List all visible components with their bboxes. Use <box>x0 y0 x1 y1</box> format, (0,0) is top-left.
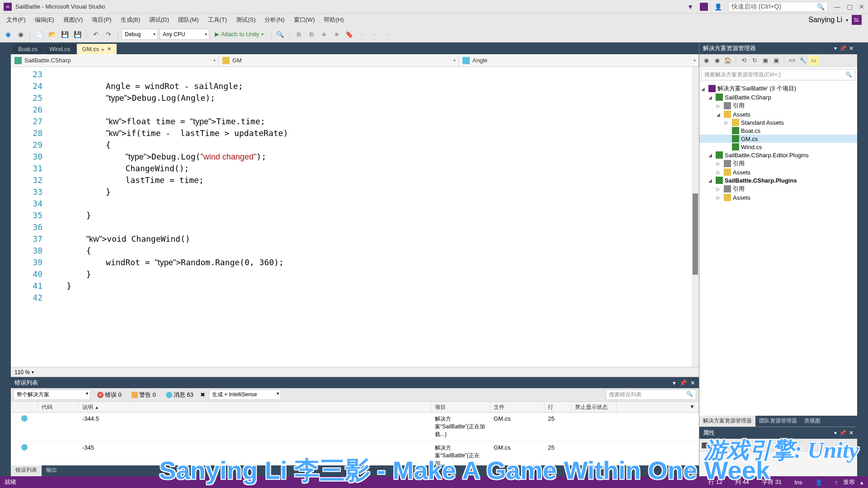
nav-back-button[interactable]: ◉ <box>3 29 14 40</box>
save-all-button[interactable]: 💾 <box>72 29 83 40</box>
tb-misc-5[interactable]: ◦ <box>357 29 368 40</box>
menu-文件[interactable]: 文件(F) <box>3 15 29 25</box>
se-back-button[interactable]: ◉ <box>701 56 711 66</box>
editor-scrollbar[interactable] <box>692 67 699 367</box>
menu-生成[interactable]: 生成(B) <box>117 15 144 25</box>
tb-misc-3[interactable]: ≡ <box>319 29 330 40</box>
tree-node-Assets[interactable]: ◢Assets <box>699 110 857 118</box>
nav-fwd-button[interactable]: ◉ <box>15 29 26 40</box>
error-row[interactable]: -344.5解决方案“SailBattle”(正在加载...)GM.cs25 <box>11 413 699 441</box>
menu-团队[interactable]: 团队(M) <box>175 15 203 25</box>
prop-alpha-button[interactable]: A↓ <box>710 441 718 449</box>
menu-测试[interactable]: 测试(S) <box>232 15 259 25</box>
tb-misc-4[interactable]: ≡ <box>331 29 342 40</box>
se-pin-icon[interactable]: 📌 <box>840 45 846 52</box>
status-publish[interactable]: 发布 <box>843 478 855 486</box>
redo-button[interactable]: ↷ <box>103 29 114 40</box>
menu-编辑[interactable]: 编辑(E) <box>31 15 58 25</box>
menu-分析[interactable]: 分析(N) <box>261 15 288 25</box>
notification-badge[interactable]: 1 <box>700 3 708 11</box>
se-properties-button[interactable]: 🔧 <box>798 56 808 66</box>
prop-dropdown-icon[interactable]: ▾ <box>834 430 837 436</box>
maximize-button[interactable]: ▢ <box>847 3 853 10</box>
errors-filter[interactable]: ✕错误 0 <box>94 389 125 400</box>
panel-pin-icon[interactable]: 📌 <box>679 380 687 386</box>
close-tab-icon[interactable]: ✕ <box>107 46 111 52</box>
nav-project-dropdown[interactable]: SailBattle.CSharp <box>11 54 219 66</box>
tb-misc-2[interactable]: ⎘ <box>306 29 317 40</box>
error-scope-dropdown[interactable]: 整个解决方案 <box>14 389 90 400</box>
attach-unity-button[interactable]: ▶ Attach to Unity ▾ <box>211 31 267 38</box>
panel-close-icon[interactable]: ✕ <box>690 380 695 386</box>
tree-root[interactable]: ◢ 解决方案'SailBattle' (3 个项目) <box>699 84 857 93</box>
error-search-input[interactable]: 搜索错误列表🔍 <box>606 389 696 400</box>
find-button[interactable]: 🔍 <box>275 29 286 40</box>
tb-misc-1[interactable]: ⎘ <box>293 29 304 40</box>
tree-node-Assets[interactable]: ▷Assets <box>699 193 857 202</box>
filter-icon[interactable]: ▼ <box>687 3 693 10</box>
prop-pin-icon[interactable]: 📌 <box>840 430 846 436</box>
tb-misc-7[interactable]: ◦ <box>382 29 393 40</box>
build-mode-dropdown[interactable]: 生成 + IntelliSense <box>209 389 281 400</box>
tree-node-Standard Assets[interactable]: ▷Standard Assets <box>699 118 857 127</box>
tab-team-explorer[interactable]: 团队资源管理器 <box>755 416 801 427</box>
tab-solution-explorer[interactable]: 解决方案资源管理器 <box>699 416 755 427</box>
user-account[interactable]: Sanying Li ▾ SL <box>808 15 865 25</box>
platform-dropdown[interactable]: Any CPU <box>160 29 209 40</box>
tab-class-view[interactable]: 类视图 <box>801 416 824 427</box>
prop-close-icon[interactable]: ✕ <box>849 430 854 436</box>
menu-项目[interactable]: 项目(P) <box>88 15 115 25</box>
panel-dropdown-icon[interactable]: ▾ <box>673 380 676 386</box>
se-fwd-button[interactable]: ◉ <box>712 56 722 66</box>
nav-member-dropdown[interactable]: Angle <box>459 54 699 66</box>
se-code-button[interactable]: <> <box>787 56 797 66</box>
tb-misc-6[interactable]: ◦ <box>369 29 380 40</box>
se-sync-button[interactable]: ⟲ <box>739 56 749 66</box>
doc-tab-Boat.cs[interactable]: Boat.cs <box>13 44 43 54</box>
prop-events-button[interactable]: ⚡ <box>726 441 735 449</box>
quicklaunch-input[interactable]: 快速启动 (Ctrl+Q) 🔍 <box>728 2 828 12</box>
solution-tree[interactable]: ◢ 解决方案'SailBattle' (3 个项目) ◢SailBattle.C… <box>699 82 857 416</box>
doc-tab-Wind.cs[interactable]: Wind.cs <box>44 44 75 54</box>
se-preview-button[interactable]: ▭ <box>809 56 819 66</box>
status-macro-icon[interactable]: 👤 <box>815 479 822 486</box>
code-content[interactable]: Angle = windRot - sailAngle; "type">Debu… <box>47 67 692 367</box>
tab-output[interactable]: 输出 <box>42 465 61 476</box>
tree-node-引用[interactable]: ▷引用 <box>699 184 857 193</box>
zoom-dropdown[interactable]: 110 % <box>14 369 30 375</box>
minimize-button[interactable]: — <box>834 3 840 10</box>
tree-node-Wind.cs[interactable]: Wind.cs <box>699 143 857 151</box>
menu-窗口[interactable]: 窗口(W) <box>290 15 319 25</box>
tree-node-SailBattle.CSharp[interactable]: ◢SailBattle.CSharp <box>699 93 857 101</box>
menu-帮助[interactable]: 帮助(H) <box>320 15 347 25</box>
open-button[interactable]: 📂 <box>47 29 57 40</box>
tree-node-GM.cs[interactable]: GM.cs <box>699 135 857 143</box>
clear-filter-icon[interactable]: ✖ <box>200 391 205 398</box>
tree-node-SailBattle.CSharp.Plugins[interactable]: ◢SailBattle.CSharp.Plugins <box>699 176 857 184</box>
warnings-filter[interactable]: 警告 0 <box>128 389 159 400</box>
tree-node-Assets[interactable]: ▷Assets <box>699 168 857 176</box>
publish-up-icon[interactable]: ↑ <box>835 479 838 486</box>
save-button[interactable]: 💾 <box>59 29 70 40</box>
se-showall-button[interactable]: ▣ <box>771 56 781 66</box>
tree-node-SailBattle.CSharp.Editor.Plugins[interactable]: ◢SailBattle.CSharp.Editor.Plugins <box>699 151 857 159</box>
se-collapse-button[interactable]: ▣ <box>760 56 770 66</box>
left-dock-strip[interactable] <box>0 42 11 476</box>
doc-tab-GM.cs[interactable]: GM.cs▸✕ <box>77 44 117 54</box>
new-project-button[interactable]: 📄 <box>34 29 45 40</box>
nav-class-dropdown[interactable]: GM <box>219 54 459 66</box>
publish-arrow-icon[interactable]: ▴ <box>860 479 863 486</box>
config-dropdown[interactable]: Debug <box>122 29 158 40</box>
feedback-icon[interactable]: 👤 <box>714 3 722 10</box>
se-home-button[interactable]: 🏠 <box>723 56 733 66</box>
se-dropdown-icon[interactable]: ▾ <box>834 45 837 52</box>
error-row[interactable]: -345解决方案“SailBattle”(正在加...GM.cs25 <box>11 441 699 465</box>
tree-node-引用[interactable]: ▷引用 <box>699 159 857 168</box>
menu-工具[interactable]: 工具(T) <box>204 15 231 25</box>
se-close-icon[interactable]: ✕ <box>849 45 854 52</box>
code-editor[interactable]: 2324252627282930313233343536373839404142… <box>11 67 699 367</box>
prop-categorize-button[interactable]: ▦ <box>701 441 708 449</box>
menu-调试[interactable]: 调试(D) <box>146 15 173 25</box>
tree-node-引用[interactable]: ▷引用 <box>699 101 857 110</box>
se-refresh-button[interactable]: ↻ <box>750 56 760 66</box>
